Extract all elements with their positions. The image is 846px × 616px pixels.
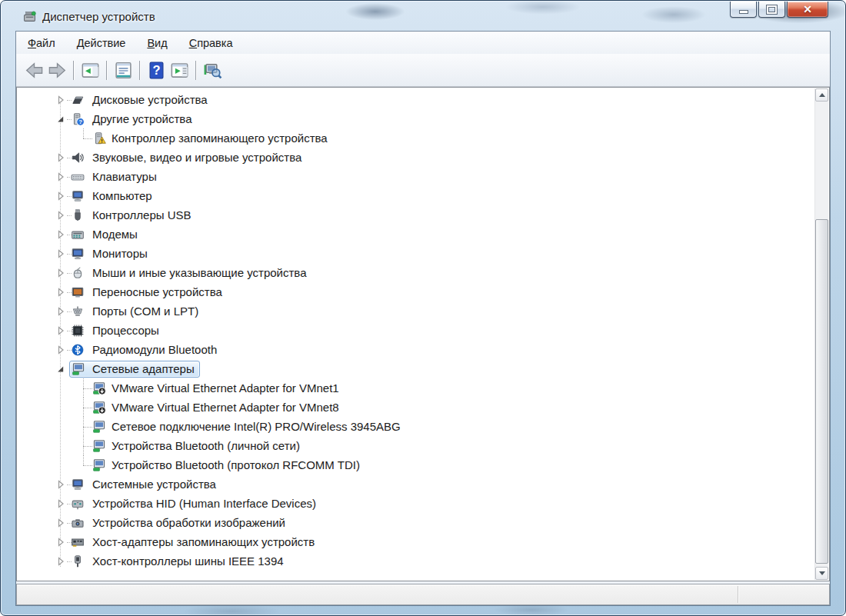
expand-arrow-icon[interactable] — [55, 478, 67, 491]
tree-item-ieee1394-controllers[interactable]: Хост-контроллеры шины IEEE 1394 — [17, 551, 815, 571]
vertical-scrollbar[interactable] — [814, 88, 828, 580]
expand-arrow-icon[interactable] — [55, 286, 67, 298]
menu-file[interactable]: Файл — [22, 35, 61, 52]
tree-item-portable-devices[interactable]: Переносные устройства — [17, 282, 815, 301]
tree-item-disk-drives[interactable]: Дисковые устройства — [17, 90, 815, 109]
expand-arrow-icon[interactable] — [55, 171, 67, 183]
computer-icon — [71, 189, 85, 203]
properties-icon — [114, 61, 133, 80]
forward-button[interactable] — [45, 58, 68, 82]
tree-item-vmnet8[interactable]: VMware Virtual Ethernet Adapter for VMne… — [17, 398, 815, 417]
tree-item-monitors[interactable]: Мониторы — [17, 244, 815, 263]
processor-icon — [71, 324, 85, 338]
disk-drive-icon — [71, 93, 85, 107]
help-icon — [147, 61, 166, 80]
network-adapter-disabled-icon — [92, 381, 106, 395]
tree-item-bluetooth-radios[interactable]: Радиомодули Bluetooth — [17, 340, 815, 359]
tree-item-other-devices[interactable]: Другие устройства — [17, 109, 815, 128]
expand-arrow-icon[interactable] — [55, 536, 67, 548]
device-tree-pane: Дисковые устройства Другие устройства Ко… — [16, 87, 830, 581]
show-console-tree-button[interactable] — [78, 58, 102, 82]
tree-item-bluetooth-rfcomm[interactable]: Устройство Bluetooth (протокол RFCOMM TD… — [17, 455, 815, 474]
tree-item-imaging-devices[interactable]: Устройства обработки изображений — [17, 513, 815, 532]
expand-arrow-icon[interactable] — [55, 555, 67, 568]
show-action-pane-icon — [170, 61, 189, 80]
expand-arrow-icon[interactable] — [55, 209, 67, 221]
usb-controller-icon — [71, 208, 85, 222]
tree-item-usb-controllers[interactable]: Контроллеры USB — [17, 205, 815, 225]
device-manager-icon — [23, 10, 36, 23]
tree-item-intel-wireless[interactable]: Сетевое подключение Intel(R) PRO/Wireles… — [17, 417, 815, 436]
mouse-icon — [71, 266, 85, 280]
scroll-up-button[interactable] — [815, 88, 828, 102]
scrollbar-thumb[interactable] — [815, 219, 828, 564]
tree-item-system-devices[interactable]: Системные устройства — [17, 474, 815, 494]
tree-item-modems[interactable]: Модемы — [17, 225, 815, 244]
properties-button[interactable] — [112, 58, 135, 82]
collapse-arrow-icon[interactable] — [55, 363, 67, 375]
tree-item-ports[interactable]: Порты (COM и LPT) — [17, 301, 815, 321]
close-icon: ✕ — [803, 4, 812, 15]
menu-view[interactable]: Вид — [142, 35, 172, 52]
port-icon — [71, 305, 85, 318]
tree-item-network-adapters[interactable]: Сетевые адаптеры — [17, 359, 815, 378]
device-manager-window: Диспетчер устройств ✕ Файл Действие Вид … — [0, 0, 846, 616]
tree-item-hid-devices[interactable]: Устройства HID (Human Interface Devices) — [17, 494, 815, 513]
titlebar[interactable]: Диспетчер устройств — [1, 1, 845, 32]
toolbar — [16, 54, 830, 87]
window-title: Диспетчер устройств — [42, 10, 155, 23]
expand-arrow-icon[interactable] — [55, 152, 67, 164]
expand-arrow-icon[interactable] — [55, 498, 67, 510]
statusbar — [16, 584, 830, 605]
toolbar-separator — [106, 61, 107, 80]
bluetooth-icon — [71, 343, 85, 357]
audio-device-icon — [71, 151, 85, 165]
tree-item-vmnet1[interactable]: VMware Virtual Ethernet Adapter for VMne… — [17, 378, 815, 398]
scan-hardware-changes-button[interactable] — [201, 58, 224, 82]
portable-device-icon — [71, 285, 85, 299]
expand-arrow-icon[interactable] — [55, 344, 67, 356]
monitor-icon — [71, 247, 85, 261]
help-button[interactable] — [145, 58, 168, 82]
menu-help[interactable]: Справка — [184, 35, 238, 52]
scroll-down-icon — [819, 571, 825, 575]
tree-item-processors[interactable]: Процессоры — [17, 321, 815, 340]
expand-arrow-icon[interactable] — [55, 94, 67, 106]
expand-arrow-icon[interactable] — [55, 267, 67, 279]
network-adapter-icon — [92, 420, 106, 434]
tree-item-keyboards[interactable]: Клавиатуры — [17, 167, 815, 186]
expand-arrow-icon[interactable] — [55, 190, 67, 202]
expand-arrow-icon[interactable] — [55, 517, 67, 529]
tree-item-computer[interactable]: Компьютер — [17, 186, 815, 205]
tree-item-storage-host-adapters[interactable]: Хост-адаптеры запоминающих устройств — [17, 532, 815, 551]
collapse-arrow-icon[interactable] — [55, 113, 67, 125]
tree-item-mice[interactable]: Мыши и иные указывающие устройства — [17, 263, 815, 282]
scroll-down-button[interactable] — [815, 567, 828, 580]
forward-icon — [47, 60, 68, 81]
expand-arrow-icon[interactable] — [55, 228, 67, 241]
modem-icon — [71, 228, 85, 241]
unknown-device-icon — [71, 112, 85, 126]
client-area: Файл Действие Вид Справка — [16, 32, 830, 605]
tree-item-bluetooth-pan[interactable]: Устройства Bluetooth (личной сети) — [17, 436, 815, 455]
maximize-button[interactable] — [758, 2, 785, 18]
network-adapter-icon — [92, 458, 106, 472]
expand-arrow-icon[interactable] — [55, 305, 67, 318]
menu-action[interactable]: Действие — [72, 35, 132, 52]
show-console-tree-icon — [81, 61, 100, 80]
back-button[interactable] — [22, 58, 45, 82]
show-action-pane-button[interactable] — [168, 58, 191, 82]
network-adapter-disabled-icon — [92, 401, 106, 415]
minimize-button[interactable] — [730, 2, 757, 18]
window-controls: ✕ — [730, 2, 828, 18]
scroll-up-icon — [819, 93, 825, 97]
expand-arrow-icon[interactable] — [55, 248, 67, 260]
imaging-device-icon — [71, 516, 85, 530]
close-button[interactable]: ✕ — [787, 2, 828, 18]
device-tree: Дисковые устройства Другие устройства Ко… — [17, 88, 815, 581]
tree-item-storage-controller[interactable]: Контроллер запоминающего устройства — [17, 128, 815, 148]
selected-item-highlight: Сетевые адаптеры — [69, 361, 200, 378]
tree-item-audio-devices[interactable]: Звуковые, видео и игровые устройства — [17, 148, 815, 167]
minimize-icon — [739, 10, 748, 14]
expand-arrow-icon[interactable] — [55, 325, 67, 337]
